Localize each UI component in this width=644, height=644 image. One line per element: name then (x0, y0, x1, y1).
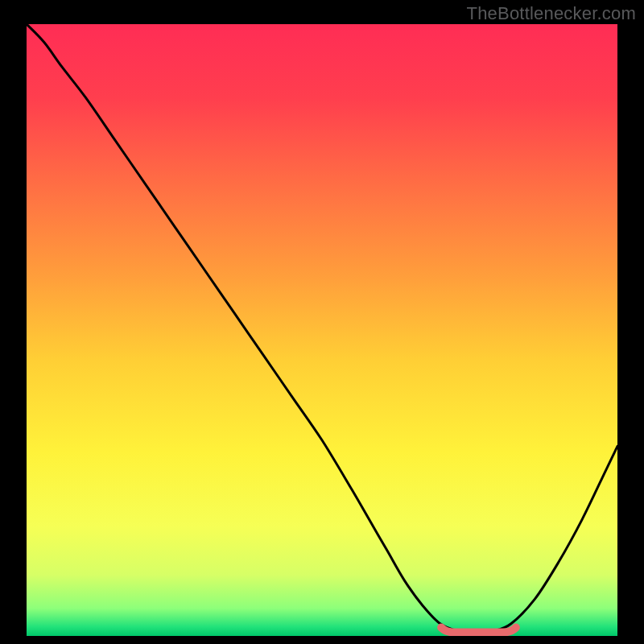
watermark-text: TheBottlenecker.com (467, 3, 636, 24)
plot-area (27, 24, 617, 636)
bottleneck-chart (27, 24, 617, 636)
chart-frame: TheBottlenecker.com (0, 0, 644, 644)
gradient-background (27, 24, 617, 636)
